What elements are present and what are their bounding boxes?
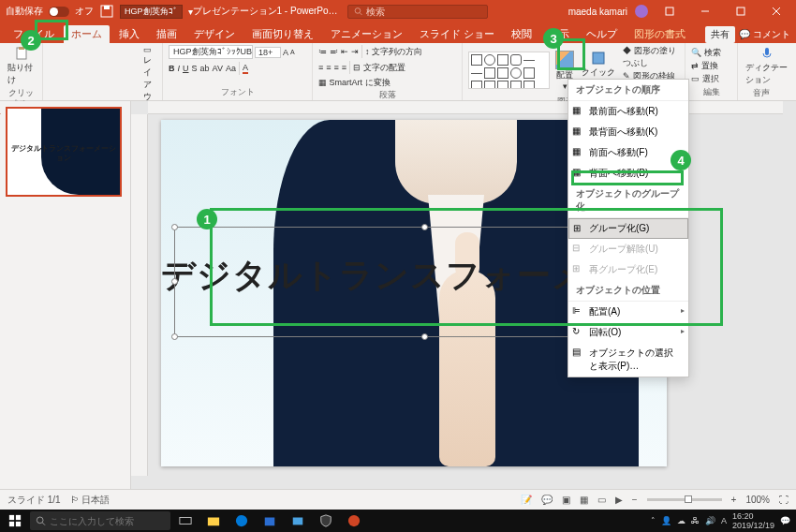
shrink-font-icon[interactable]: A <box>290 49 295 55</box>
smartart-button[interactable]: ▦ SmartArt に変換 <box>318 77 391 89</box>
tray-notifications-icon[interactable]: 💬 <box>780 516 790 525</box>
tab-help[interactable]: ヘルプ <box>579 25 625 43</box>
tray-volume-icon[interactable]: 🔊 <box>705 516 715 525</box>
zoom-in-button[interactable]: + <box>731 495 737 505</box>
minimize-button[interactable] <box>691 0 719 22</box>
find-button[interactable]: 🔍 検索 <box>691 47 721 59</box>
menu-group[interactable]: ⊞グループ化(G) <box>568 218 688 239</box>
group-clipboard: 貼り付け クリップボード <box>0 43 43 100</box>
user-avatar[interactable] <box>635 5 648 18</box>
strike-button[interactable]: S <box>192 64 198 73</box>
search-input[interactable] <box>366 7 481 17</box>
tab-insert[interactable]: 挿入 <box>111 25 147 43</box>
view-reading-button[interactable]: ▭ <box>597 495 606 505</box>
tab-animations[interactable]: アニメーション <box>323 25 410 43</box>
tab-draw[interactable]: 描画 <box>149 25 184 43</box>
tray-onedrive-icon[interactable]: ☁ <box>677 516 685 525</box>
menu-send-to-back[interactable]: ▦最背面へ移動(K) <box>568 122 688 142</box>
font-color-button[interactable]: A <box>243 63 248 74</box>
view-slideshow-button[interactable]: ▶ <box>615 495 623 505</box>
menu-send-backward[interactable]: ▦背面へ移動(B) <box>568 163 688 184</box>
justify-button[interactable]: ≡ <box>342 63 346 72</box>
task-view-button[interactable] <box>172 510 199 532</box>
zoom-level[interactable]: 100% <box>745 495 770 505</box>
shadow-button[interactable]: ab <box>200 64 210 73</box>
paste-button[interactable]: 貼り付け <box>6 45 37 87</box>
ruler-vertical <box>131 114 148 476</box>
taskbar-app-explorer[interactable] <box>200 510 227 532</box>
zoom-out-button[interactable]: − <box>632 495 638 505</box>
tray-ime-icon[interactable]: A <box>721 516 727 525</box>
view-sorter-button[interactable]: ▦ <box>580 495 588 505</box>
bullets-button[interactable]: ≔ <box>318 47 327 56</box>
indent-inc-button[interactable]: ⇥ <box>351 47 359 56</box>
tray-chevron-icon[interactable]: ˄ <box>651 516 656 525</box>
username[interactable]: maeda kamari <box>568 7 627 17</box>
arrange-icon <box>555 51 574 69</box>
notes-button[interactable]: 📝 <box>521 495 532 505</box>
align-center-button[interactable]: ≡ <box>326 63 331 72</box>
tab-slideshow[interactable]: スライド ショー <box>412 25 502 43</box>
taskbar-app-mail[interactable] <box>285 510 311 532</box>
slide-thumbnail-1[interactable]: デジタルトランスフォーメーション <box>6 107 122 197</box>
align-text-button[interactable]: ⊟ 文字の配置 <box>353 62 405 74</box>
autosave-toggle[interactable] <box>49 7 69 17</box>
select-button[interactable]: ▭ 選択 <box>691 73 721 85</box>
underline-button[interactable]: U <box>183 64 189 73</box>
tray-people-icon[interactable]: 👤 <box>661 516 671 525</box>
start-button[interactable] <box>2 510 28 532</box>
italic-button[interactable]: I <box>178 64 181 73</box>
comments-button[interactable]: 💬 コメント <box>739 28 790 41</box>
view-normal-button[interactable]: ▣ <box>562 495 570 505</box>
taskbar-search-input[interactable] <box>50 516 165 526</box>
align-right-button[interactable]: ≡ <box>334 63 339 72</box>
font-name-combo[interactable]: HGP創英角ｺﾞｼｯｸUB 本 <box>169 45 253 59</box>
bold-button[interactable]: B <box>169 64 175 73</box>
svg-rect-16 <box>765 48 769 55</box>
shapes-gallery[interactable] <box>468 52 550 89</box>
shape-fill-button[interactable]: ◆ 図形の塗りつぶし <box>623 45 679 69</box>
ribbon-options-icon[interactable] <box>656 0 684 22</box>
svg-rect-26 <box>265 518 275 526</box>
grow-font-icon[interactable]: A <box>283 48 288 57</box>
menu-bring-to-front[interactable]: ▦最前面へ移動(R) <box>568 101 688 122</box>
svg-point-28 <box>348 515 360 526</box>
replace-button[interactable]: ⇄ 置換 <box>691 60 721 72</box>
taskbar-search[interactable] <box>30 511 170 530</box>
comments-status-button[interactable]: 💬 <box>541 495 553 505</box>
numbering-button[interactable]: ≕ <box>330 47 338 56</box>
taskbar-app-edge[interactable] <box>228 510 255 532</box>
tab-transitions[interactable]: 画面切り替え <box>244 25 321 43</box>
menu-selection-pane[interactable]: ▤オブジェクトの選択と表示(P)… <box>568 343 688 377</box>
tab-home[interactable]: ホーム <box>64 25 110 43</box>
maximize-button[interactable] <box>727 0 755 22</box>
svg-point-25 <box>236 515 247 526</box>
close-button[interactable] <box>762 0 790 22</box>
menu-align[interactable]: ⊫配置(A)▸ <box>568 302 688 322</box>
svg-line-3 <box>360 13 361 15</box>
indent-dec-button[interactable]: ⇤ <box>341 47 348 56</box>
tab-design[interactable]: デザイン <box>186 25 243 43</box>
thumbnail-panel[interactable]: 1 デジタルトランスフォーメーション <box>0 101 131 489</box>
zoom-slider[interactable] <box>647 498 722 501</box>
language-indicator[interactable]: 🏳 日本語 <box>70 494 111 507</box>
quick-font[interactable]: HGP創英角ｺﾞ <box>120 5 183 19</box>
search-box[interactable] <box>347 5 488 19</box>
taskbar-app-powerpoint[interactable] <box>341 510 367 532</box>
menu-rotate[interactable]: ↻回転(O)▸ <box>568 322 688 343</box>
change-case-button[interactable]: Aa <box>226 64 236 73</box>
tab-shape-format[interactable]: 図形の書式 <box>626 25 693 43</box>
taskbar-app-store[interactable] <box>257 510 283 532</box>
tray-network-icon[interactable]: 🖧 <box>691 516 700 525</box>
tray-clock[interactable]: 16:202019/12/19 <box>732 511 774 530</box>
taskbar-app-security[interactable] <box>313 510 339 532</box>
spacing-button[interactable]: AV <box>213 64 223 73</box>
dictate-button[interactable]: ディクテー ション <box>744 45 789 87</box>
align-left-button[interactable]: ≡ <box>318 63 323 72</box>
text-direction-button[interactable]: ↕ 文字列の方向 <box>365 46 422 58</box>
tab-review[interactable]: 校閲 <box>504 25 539 43</box>
share-button[interactable]: 共有 <box>705 26 735 43</box>
save-icon[interactable] <box>99 4 114 19</box>
font-size-combo[interactable]: 18+ <box>255 47 281 58</box>
fit-to-window-button[interactable]: ⛶ <box>779 495 789 505</box>
